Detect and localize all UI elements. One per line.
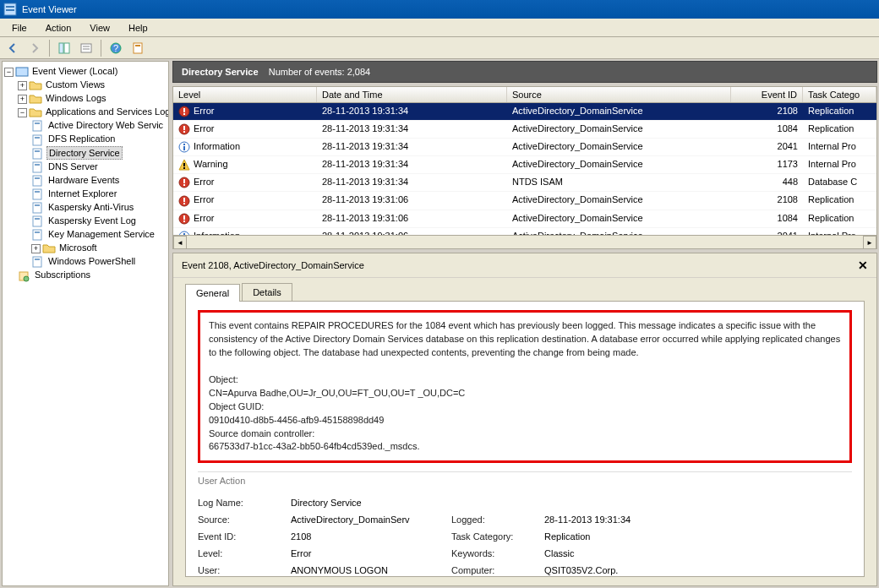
- detail-content[interactable]: This event contains REPAIR PROCEDURES fo…: [185, 301, 865, 577]
- properties-button[interactable]: [128, 39, 147, 57]
- expand-icon[interactable]: +: [18, 95, 27, 104]
- menu-help[interactable]: Help: [120, 21, 156, 35]
- svg-rect-23: [33, 189, 41, 199]
- tree-windows-powershell[interactable]: Windows PowerShell: [4, 255, 167, 269]
- col-date[interactable]: Date and Time: [317, 87, 507, 102]
- prop-logname-value: Directory Service: [291, 498, 713, 508]
- table-row[interactable]: Error28-11-2013 19:31:34ActiveDirectory_…: [173, 121, 876, 139]
- col-level[interactable]: Level: [173, 87, 317, 102]
- prop-level-value: Error: [291, 548, 443, 558]
- event-object-value: CN=Apurva Badhe,OU=Jr_OU,OU=FT_OU,OU=T _…: [209, 387, 841, 400]
- close-icon[interactable]: ✕: [858, 259, 868, 272]
- table-row[interactable]: Error28-11-2013 19:31:34NTDS ISAM448Data…: [173, 174, 876, 192]
- menu-action[interactable]: Action: [37, 21, 80, 35]
- prop-eventid-value: 2108: [291, 531, 443, 542]
- info-icon: [178, 141, 190, 153]
- help-button[interactable]: ?: [106, 39, 125, 57]
- prop-logname-label: Log Name:: [198, 498, 282, 508]
- show-tree-button[interactable]: [55, 39, 74, 57]
- expand-icon[interactable]: +: [18, 81, 27, 90]
- filter-button[interactable]: [77, 39, 96, 57]
- tree-dns-server[interactable]: DNS Server: [4, 161, 167, 174]
- tab-general[interactable]: General: [185, 284, 240, 302]
- svg-rect-24: [35, 191, 40, 193]
- navigation-tree[interactable]: −Event Viewer (Local) +Custom Views +Win…: [2, 61, 169, 586]
- svg-rect-36: [183, 108, 185, 112]
- tree-windows-logs[interactable]: +Windows Logs: [4, 92, 167, 106]
- error-icon: [178, 106, 190, 117]
- tree-internet-explorer[interactable]: Internet Explorer: [4, 188, 167, 201]
- table-row[interactable]: Error28-11-2013 19:31:06ActiveDirectory_…: [173, 210, 876, 228]
- svg-rect-28: [35, 218, 40, 220]
- svg-rect-10: [134, 43, 142, 53]
- menu-view[interactable]: View: [81, 21, 118, 35]
- svg-rect-53: [183, 215, 185, 220]
- table-row[interactable]: Warning28-11-2013 19:31:34ActiveDirector…: [173, 156, 876, 174]
- expand-icon[interactable]: +: [31, 244, 41, 253]
- tree-hardware-events[interactable]: Hardware Events: [4, 174, 167, 188]
- tree-ad-web-services[interactable]: Active Directory Web Servic: [4, 119, 167, 133]
- log-count: Number of events: 2,084: [269, 67, 370, 77]
- log-header: Directory Service Number of events: 2,08…: [172, 61, 877, 83]
- collapse-icon[interactable]: −: [18, 108, 27, 117]
- detail-tabs: General Details: [173, 278, 876, 301]
- svg-rect-15: [33, 135, 41, 145]
- prop-source-value: ActiveDirectory_DomainServ: [291, 514, 443, 525]
- collapse-icon[interactable]: −: [4, 68, 14, 77]
- svg-rect-29: [33, 230, 41, 240]
- event-message-box: This event contains REPAIR PROCEDURES fo…: [198, 310, 852, 463]
- scroll-left-icon[interactable]: ◄: [173, 236, 187, 249]
- svg-rect-21: [33, 176, 41, 186]
- log-title: Directory Service: [182, 67, 259, 77]
- svg-rect-51: [183, 203, 185, 204]
- svg-rect-40: [183, 131, 185, 133]
- svg-rect-17: [33, 149, 41, 159]
- prop-user-label: User:: [198, 565, 282, 575]
- table-row[interactable]: Error28-11-2013 19:31:34ActiveDirectory_…: [173, 103, 876, 121]
- svg-rect-16: [35, 137, 40, 139]
- svg-rect-2: [6, 9, 14, 11]
- detail-pane: Event 2108, ActiveDirectory_DomainServic…: [172, 253, 877, 586]
- tree-root[interactable]: −Event Viewer (Local): [4, 65, 167, 79]
- window-title: Event Viewer: [22, 4, 77, 14]
- table-row[interactable]: Error28-11-2013 19:31:06ActiveDirectory_…: [173, 192, 876, 210]
- svg-rect-18: [35, 150, 40, 152]
- tab-details[interactable]: Details: [242, 283, 292, 301]
- event-guid-label: Object GUID:: [209, 400, 841, 414]
- tree-custom-views[interactable]: +Custom Views: [4, 79, 167, 92]
- event-properties: Log Name: Directory Service Source: Acti…: [198, 498, 852, 577]
- svg-rect-54: [183, 220, 185, 222]
- table-row[interactable]: Information28-11-2013 19:31:06ActiveDire…: [173, 228, 876, 235]
- svg-rect-19: [33, 162, 41, 172]
- grid-body[interactable]: Error28-11-2013 19:31:34ActiveDirectory_…: [173, 103, 876, 235]
- svg-rect-39: [183, 126, 185, 130]
- col-source[interactable]: Source: [507, 87, 731, 102]
- forward-button[interactable]: [25, 39, 44, 57]
- menu-file[interactable]: File: [3, 21, 35, 35]
- svg-rect-27: [33, 216, 41, 226]
- tree-microsoft[interactable]: +Microsoft: [4, 242, 167, 255]
- prop-category-label: Task Category:: [451, 531, 536, 542]
- prop-eventid-label: Event ID:: [198, 531, 282, 542]
- tree-apps-services[interactable]: −Applications and Services Logs: [4, 106, 167, 119]
- col-task-category[interactable]: Task Catego: [803, 87, 876, 102]
- table-row[interactable]: Information28-11-2013 19:31:34ActiveDire…: [173, 139, 876, 156]
- col-event-id[interactable]: Event ID: [731, 87, 803, 102]
- svg-rect-5: [81, 44, 91, 52]
- horizontal-scrollbar[interactable]: ◄ ►: [173, 235, 876, 248]
- svg-rect-22: [35, 177, 40, 179]
- back-button[interactable]: [3, 39, 22, 57]
- menubar: File Action View Help: [0, 19, 879, 37]
- svg-rect-44: [183, 163, 185, 166]
- tree-key-management[interactable]: Key Management Service: [4, 228, 167, 242]
- prop-user-value: ANONYMOUS LOGON: [291, 565, 443, 575]
- scroll-right-icon[interactable]: ►: [863, 236, 876, 249]
- tree-dfs-replication[interactable]: DFS Replication: [4, 133, 167, 146]
- warn-icon: [178, 159, 190, 171]
- prop-keywords-value: Classic: [544, 548, 713, 558]
- tree-directory-service[interactable]: Directory Service: [4, 147, 167, 161]
- tree-kaspersky-event-log[interactable]: Kaspersky Event Log: [4, 215, 167, 228]
- tree-kaspersky-av[interactable]: Kaspersky Anti-Virus: [4, 201, 167, 215]
- tree-subscriptions[interactable]: Subscriptions: [4, 269, 167, 282]
- event-msg-p1: This event contains REPAIR PROCEDURES fo…: [209, 319, 841, 360]
